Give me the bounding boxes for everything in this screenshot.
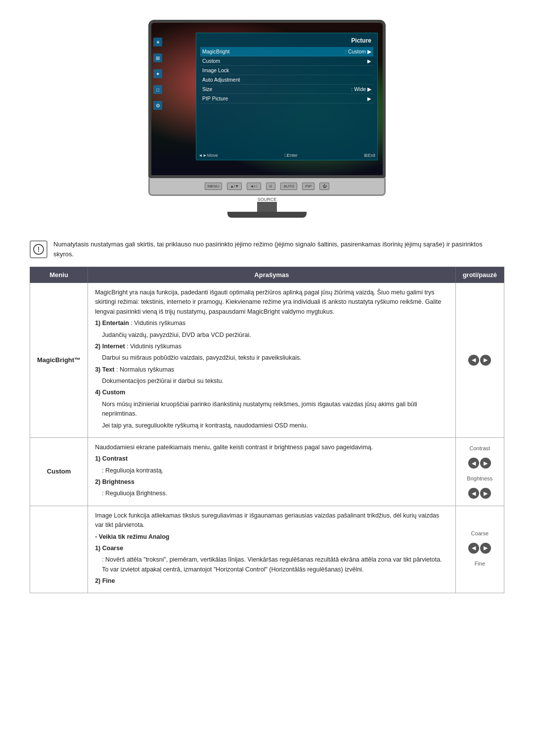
desc-intro: MagicBright yra nauja funkcija, padedant… [95,288,448,317]
desc-contrast-detail: : Reguliuoja kontrastą. [95,466,448,475]
icon-cell-magicbright: ◀ ▶ [455,283,504,438]
osd-item-imagelock: Image Lock [200,66,373,75]
menu-button[interactable]: MENU [205,183,222,190]
eye-button[interactable]: ⊙ [266,183,275,190]
fine-label: Fine [475,560,485,568]
osd-item-label: MagicBright [202,48,229,54]
arrow-right: ▶ [480,488,491,499]
ctrl-menu-group: MENU [205,183,222,190]
double-arrow-coarse: ◀ ▶ [468,543,491,554]
osd-item-label: PIP Picture [202,95,228,101]
osd-bottom-bar: ◄►Move □Enter ⊞Exit [198,153,375,158]
osd-item-value: : Custom ▶ [345,48,371,54]
osd-menu: Picture MagicBright : Custom ▶ Custom ▶ … [196,33,378,160]
osd-icon-column: ☀ ⊞ ✦ □ ⚙ [153,38,162,110]
monitor-neck [257,202,277,212]
desc-imagelock-intro: Image Lock funkcija atliekamas tikslus s… [95,511,448,530]
double-arrow-contrast: ◀ ▶ [468,458,491,469]
desc-item-entertain: 1) Entertain : Vidutinis ryškumas [95,319,448,328]
monitor-screen: ☀ ⊞ ✦ □ ⚙ Picture MagicBright : Custom ▶… [148,20,386,178]
table-row-custom: Custom Naudodamiesi ekrane pateikiamais … [30,437,504,506]
source-label: SOURCE [258,197,277,202]
menu-cell-custom: Custom [30,437,88,506]
col-header-groti: groti/pauzė [455,267,504,283]
desc-item-internet: 2) Internet : Vidutinis ryškumas [95,342,448,351]
power-button[interactable]: ⏻ [319,183,329,190]
icon-cell-custom: Contrast ◀ ▶ Brightness ◀ ▶ [455,437,504,506]
ctrl-pip-group: PIP [302,183,314,190]
desc-contrast: 1) Contrast [95,454,448,464]
monitor-wrapper: ☀ ⊞ ✦ □ ⚙ Picture MagicBright : Custom ▶… [148,20,386,218]
arrow-right: ▶ [480,355,491,366]
osd-icon-4: □ [153,85,162,94]
monitor-section: ☀ ⊞ ✦ □ ⚙ Picture MagicBright : Custom ▶… [0,0,534,228]
table-header-row: Meniu Aprašymas groti/pauzė [30,267,504,283]
info-text: Numatytasis nustatymas gali skirtis, tai… [53,239,504,259]
arrow-right: ▶ [480,458,491,469]
osd-icon-2: ⊞ [153,53,162,62]
osd-icon-1: ☀ [153,38,162,47]
brightness-label: Brightness [467,474,492,483]
desc-cell-imagelock: Image Lock funkcija atliekamas tikslus s… [88,506,456,593]
osd-exit-label: ⊞Exit [364,153,375,158]
main-table: Meniu Aprašymas groti/pauzė MagicBright™… [30,267,504,593]
osd-icon-3: ✦ [153,69,162,78]
menu-label: Custom [47,468,71,475]
pip-button[interactable]: PIP [302,183,314,190]
osd-item-arrow: ▶ [367,96,371,101]
table-row-imagelock: Image Lock funkcija atliekamas tikslus s… [30,506,504,593]
col-header-aprasymas: Aprašymas [88,267,456,283]
icon-cell-imagelock: Coarse ◀ ▶ Fine [455,506,504,593]
desc-item-text: 3) Text : Normalus ryškumas [95,365,448,375]
arrow-left: ◀ [468,488,479,499]
desc-brightness-detail: : Reguliuoja Brightness. [95,489,448,498]
desc-item-entertain-detail: Judančių vaizdų, pavyzdžiui, DVD arba VC… [95,331,448,340]
ctrl-power-group: ⏻ [319,183,329,190]
adjust-button[interactable]: ◄/☆ [247,183,261,190]
osd-item-label: Custom [202,58,220,64]
osd-item-magicbright: MagicBright : Custom ▶ [200,47,373,56]
desc-item-internet-detail: Darbui su mišraus pobūdžio vaizdais, pav… [95,353,448,363]
arrow-left: ◀ [468,458,479,469]
osd-item-label: Auto Adjustment [202,77,240,83]
desc-item-custom-detail1: Nors mūsų inžinieriai kruopščiai parinko… [95,400,448,419]
arrow-right: ▶ [480,543,491,554]
svg-text:!: ! [38,245,40,253]
desc-cell-custom: Naudodamiesi ekrane pateikiamais meniu, … [88,437,456,506]
icon-pair-custom: Contrast ◀ ▶ Brightness ◀ ▶ [463,444,497,499]
double-arrow-brightness: ◀ ▶ [468,488,491,499]
ctrl-adjust-group: ◄/☆ [247,183,261,190]
info-box: ! Numatytasis nustatymas gali skirtis, t… [30,239,504,259]
monitor-controls: MENU ▲/▼ ◄/☆ ⊙ AUTO PIP ⏻ [148,178,386,196]
desc-custom-intro: Naudodamiesi ekrane pateikiamais meniu, … [95,443,448,452]
double-arrow-magicbright: ◀ ▶ [468,355,491,366]
osd-item-custom: Custom ▶ [200,56,373,66]
desc-item-text-detail: Dokumentacijos peržiūrai ir darbui su te… [95,377,448,386]
desc-coarse: 1) Coarse [95,544,448,553]
osd-item-label: Size [202,86,212,92]
menu-cell-magicbright: MagicBright™ [30,283,88,438]
desc-item-custom-label: 4) Custom [95,388,448,397]
desc-brightness: 2) Brightness [95,477,448,487]
ctrl-brightness-group: ▲/▼ [227,183,242,190]
osd-item-label: Image Lock [202,67,229,73]
osd-icon-5: ⚙ [153,101,162,110]
auto-button[interactable]: AUTO [280,183,297,190]
desc-cell-magicbright: MagicBright yra nauja funkcija, padedant… [88,283,456,438]
menu-label: MagicBright™ [37,356,81,364]
ctrl-eye-group: ⊙ [266,183,275,190]
arrow-left: ◀ [468,355,479,366]
brightness-button[interactable]: ▲/▼ [227,183,242,190]
info-icon: ! [30,240,47,258]
osd-move-label: ◄►Move [198,153,218,158]
desc-fine: 2) Fine [95,576,448,586]
osd-item-arrow: ▶ [367,58,371,64]
osd-enter-label: □Enter [284,153,298,158]
col-header-meniu: Meniu [30,267,88,283]
osd-item-value: : Wide ▶ [351,86,371,92]
desc-imagelock-analog: - Veikia tik režimu Analog [95,532,448,542]
osd-item-auto: Auto Adjustment [200,75,373,85]
desc-coarse-detail: : Novērš attēla "troksni", piemēram, ver… [95,555,448,574]
ctrl-auto-group: AUTO [280,183,297,190]
monitor-base [227,212,307,218]
